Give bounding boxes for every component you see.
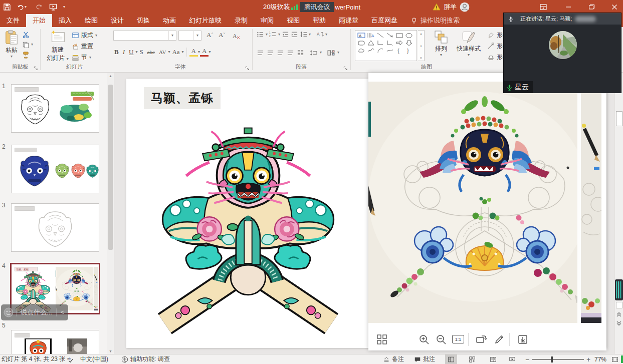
tab-transitions[interactable]: 切换 <box>130 14 156 27</box>
clipboard-dialog-launcher[interactable] <box>34 66 38 71</box>
tab-view[interactable]: 视图 <box>280 14 306 27</box>
tab-baidu-netdisk[interactable]: 百度网盘 <box>365 14 404 27</box>
tab-help[interactable]: 帮助 <box>306 14 332 27</box>
font-name-combobox[interactable]: ▾ <box>113 31 176 41</box>
meeting-overlay-window[interactable]: 正在讲话: 星云; 马颖; 星云 <box>503 13 621 93</box>
zoom-percentage[interactable]: 77% <box>594 354 606 364</box>
align-text-caret[interactable]: ▾ <box>320 51 322 55</box>
italic-button[interactable]: I <box>121 48 127 56</box>
convert-smartart-caret[interactable]: ▾ <box>337 51 339 55</box>
redo-button[interactable] <box>35 3 43 11</box>
tab-rain-classroom[interactable]: 雨课堂 <box>332 14 365 27</box>
meeting-chat-bubble[interactable]: 说点什么... < <box>1 304 68 320</box>
new-slide-button[interactable]: 新建 幻灯片 ▾ <box>47 30 69 65</box>
arrange-button[interactable]: 排列▾ <box>430 30 452 57</box>
shapes-gallery[interactable]: AA {} <box>355 30 417 61</box>
convert-smartart-button[interactable] <box>327 50 335 56</box>
tab-slideshow[interactable]: 幻灯片放映 <box>182 14 228 27</box>
start-slideshow-button[interactable] <box>49 3 57 11</box>
paragraph-dialog-launcher[interactable] <box>343 66 348 71</box>
copy-button[interactable] <box>22 41 30 49</box>
change-case-caret[interactable]: ▾ <box>182 50 184 54</box>
editor-vertical-scrollbar[interactable] <box>614 73 623 354</box>
meeting-video-area[interactable]: 星云 <box>504 25 621 93</box>
line-spacing-button[interactable] <box>300 31 307 38</box>
decrease-indent-button[interactable] <box>282 31 289 38</box>
bullets-caret[interactable]: ▾ <box>266 33 268 37</box>
maximize-button[interactable] <box>583 0 600 14</box>
viewer-zoom-out-button[interactable] <box>436 334 447 345</box>
slideshow-view-button[interactable] <box>506 354 518 364</box>
save-icon[interactable] <box>3 3 11 11</box>
next-slide-button[interactable] <box>615 320 622 327</box>
tab-draw[interactable]: 绘图 <box>78 14 104 27</box>
align-left-button[interactable] <box>257 50 264 56</box>
zoom-slider[interactable] <box>532 354 584 364</box>
thumbnail-scrollbar[interactable]: ▲ ▼ <box>107 73 114 354</box>
clear-formatting-button[interactable]: A <box>233 32 241 40</box>
viewer-zoom-in-button[interactable] <box>419 334 430 345</box>
normal-view-button[interactable] <box>445 354 457 364</box>
zoom-in-button[interactable]: + <box>586 354 590 364</box>
tell-me-search[interactable]: 操作说明搜索 <box>404 14 466 27</box>
shapes-gallery-scroll[interactable]: ▴▾≡ <box>418 30 425 61</box>
avatar[interactable] <box>460 2 470 12</box>
thumbnail-scrollbar-thumb[interactable] <box>108 85 113 250</box>
ribbon-display-options-button[interactable] <box>535 0 552 14</box>
numbering-caret[interactable]: ▾ <box>278 33 280 37</box>
font-size-combobox[interactable]: ▾ <box>178 31 201 41</box>
shrink-font-button[interactable]: A˅ <box>217 31 227 39</box>
align-right-button[interactable] <box>277 50 284 56</box>
comments-button[interactable]: 批注 <box>414 354 435 364</box>
text-direction-button[interactable] <box>316 31 324 38</box>
change-case-button[interactable]: Aa <box>170 48 181 56</box>
notes-button[interactable]: 备注 <box>383 354 404 364</box>
highlight-color-button[interactable]: A <box>189 47 198 57</box>
justify-button[interactable] <box>287 50 294 56</box>
tab-design[interactable]: 设计 <box>104 14 130 27</box>
accessibility-status[interactable]: 辅助功能: 调查 <box>121 354 170 364</box>
paste-button[interactable]: 粘贴 ▾ <box>3 30 20 63</box>
grow-font-button[interactable]: A˄ <box>204 31 215 39</box>
tab-review[interactable]: 审阅 <box>254 14 280 27</box>
zoom-slider-thumb[interactable] <box>551 356 553 362</box>
zoom-out-button[interactable]: − <box>525 354 529 364</box>
underline-button[interactable]: U <box>127 48 135 56</box>
fit-slide-button[interactable] <box>611 354 618 364</box>
reading-view-button[interactable] <box>487 354 499 364</box>
numbering-button[interactable] <box>269 31 277 38</box>
bullets-button[interactable] <box>257 31 264 38</box>
section-button[interactable]: 节▾ <box>72 53 91 62</box>
account-name[interactable]: 胖羊 <box>444 3 457 12</box>
thumbnail-scroll-down-icon[interactable]: ▼ <box>107 349 114 353</box>
undo-button[interactable]: ▾ <box>17 3 29 11</box>
reset-button[interactable]: 重置 <box>72 42 93 51</box>
line-spacing-caret[interactable]: ▾ <box>309 33 311 37</box>
slide-counter[interactable]: 幻灯片 第 4 张, 共 23 张 <box>2 354 65 364</box>
increase-indent-button[interactable] <box>291 31 298 38</box>
warning-icon[interactable] <box>433 3 441 11</box>
copy-caret[interactable]: ▾ <box>31 43 33 47</box>
scroll-box-button[interactable] <box>616 302 622 308</box>
quilling-photo[interactable] <box>368 82 601 323</box>
font-color-caret[interactable]: ▾ <box>209 50 211 54</box>
bold-button[interactable]: B <box>112 48 121 56</box>
slide-thumbnail-2[interactable] <box>11 145 99 193</box>
align-center-button[interactable] <box>267 50 274 56</box>
chat-input-placeholder[interactable]: 说点什么... <box>17 308 56 317</box>
minimize-button[interactable] <box>560 0 577 14</box>
language-indicator[interactable]: 中文(中国) <box>80 354 108 364</box>
format-painter-button[interactable] <box>22 51 30 59</box>
slide-thumbnail-3[interactable] <box>11 203 99 252</box>
text-shadow-button[interactable]: S <box>137 48 145 56</box>
tab-insert[interactable]: 插入 <box>52 14 78 27</box>
tab-file[interactable]: 文件 <box>0 14 26 27</box>
align-text-button[interactable] <box>310 50 317 56</box>
kite-illustration[interactable] <box>150 122 346 334</box>
strikethrough-button[interactable]: abc <box>145 49 157 55</box>
character-spacing-button[interactable]: AV <box>157 49 168 55</box>
customize-quick-access-button[interactable]: ▾ <box>63 5 65 9</box>
collapse-bubble-button[interactable]: < <box>57 309 68 316</box>
slide-sorter-view-button[interactable] <box>466 354 478 364</box>
viewer-rotate-button[interactable] <box>476 334 487 345</box>
